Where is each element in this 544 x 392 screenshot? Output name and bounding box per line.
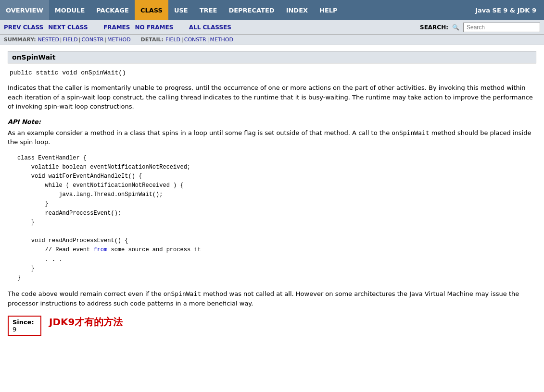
code-line-12: . . . <box>17 255 536 264</box>
nav-module[interactable]: MODULE <box>49 0 91 20</box>
next-class-link[interactable]: NEXT CLASS <box>48 24 88 31</box>
summary-label: SUMMARY: <box>4 37 36 43</box>
api-note-label: API Note: <box>8 118 536 125</box>
frames-link[interactable]: FRAMES <box>103 24 130 31</box>
main-content: onSpinWait public static void onSpinWait… <box>0 45 544 342</box>
top-nav-bar: OVERVIEW MODULE PACKAGE CLASS USE TREE D… <box>0 0 544 20</box>
since-value: 9 <box>13 326 37 333</box>
code-line-5: java.lang.Thread.onSpinWait(); <box>17 190 536 199</box>
summary-method-link[interactable]: METHOD <box>107 37 131 43</box>
detail-label: DETAIL: <box>141 37 164 43</box>
code-block: class EventHandler { volatile boolean ev… <box>8 154 536 283</box>
nav-overview[interactable]: OVERVIEW <box>0 0 49 20</box>
code-line-3: void waitForEventAndHandleIt() { <box>17 172 536 181</box>
since-section: Since: 9 JDK9才有的方法 <box>8 316 536 336</box>
code-line-4: while ( eventNotificationNotReceived ) { <box>17 181 536 190</box>
since-label: Since: <box>13 318 37 326</box>
second-bar: PREV CLASS NEXT CLASS FRAMES NO FRAMES A… <box>0 20 544 35</box>
no-frames-link[interactable]: NO FRAMES <box>135 24 173 31</box>
second-bar-left: PREV CLASS NEXT CLASS FRAMES NO FRAMES A… <box>4 24 231 31</box>
summary-field-link[interactable]: FIELD <box>63 37 78 43</box>
since-box: Since: 9 <box>8 316 41 336</box>
nav-use[interactable]: USE <box>168 0 194 20</box>
since-annotation: JDK9才有的方法 <box>49 316 123 329</box>
detail-field-link[interactable]: FIELD <box>165 37 180 43</box>
third-bar: SUMMARY: NESTED | FIELD | CONSTR | METHO… <box>0 35 544 45</box>
nav-package[interactable]: PACKAGE <box>90 0 135 20</box>
code-line-14: } <box>17 273 536 282</box>
nav-links: OVERVIEW MODULE PACKAGE CLASS USE TREE D… <box>0 0 343 20</box>
api-note-text: As an example consider a method in a cla… <box>8 128 536 147</box>
footer-text: The code above would remain correct even… <box>8 289 536 308</box>
nav-deprecated[interactable]: DEPRECATED <box>223 0 280 20</box>
method-description: Indicates that the caller is momentarily… <box>8 83 536 111</box>
method-header: onSpinWait <box>8 51 536 63</box>
code-line-2: volatile boolean eventNotificationNotRec… <box>17 163 536 172</box>
summary-constr-link[interactable]: CONSTR <box>81 37 103 43</box>
code-line-9 <box>17 227 536 236</box>
nav-help[interactable]: HELP <box>314 0 343 20</box>
code-line-1: class EventHandler { <box>17 154 536 163</box>
code-line-10: void readAndProcessEvent() { <box>17 236 536 245</box>
nav-index[interactable]: INDEX <box>280 0 314 20</box>
nav-right-label: Java SE 9 & JDK 9 <box>475 7 544 14</box>
detail-constr-link[interactable]: CONSTR <box>184 37 206 43</box>
second-bar-right: SEARCH: 🔍 <box>420 23 540 32</box>
code-line-11: // Read event from some source and proce… <box>17 245 536 255</box>
nav-tree[interactable]: TREE <box>194 0 223 20</box>
search-input[interactable] <box>463 23 540 32</box>
detail-method-link[interactable]: METHOD <box>210 37 233 43</box>
summary-nested-link[interactable]: NESTED <box>38 37 59 43</box>
method-signature: public static void onSpinWait() <box>8 69 536 76</box>
code-line-8: } <box>17 218 536 227</box>
code-line-13: } <box>17 264 536 273</box>
prev-class-link[interactable]: PREV CLASS <box>4 24 43 31</box>
nav-class[interactable]: CLASS <box>135 0 168 20</box>
search-label: SEARCH: <box>420 24 448 31</box>
all-classes-link[interactable]: ALL CLASSES <box>189 24 231 31</box>
code-line-7: readAndProcessEvent(); <box>17 209 536 218</box>
search-icon: 🔍 <box>452 24 459 31</box>
code-line-6: } <box>17 199 536 208</box>
